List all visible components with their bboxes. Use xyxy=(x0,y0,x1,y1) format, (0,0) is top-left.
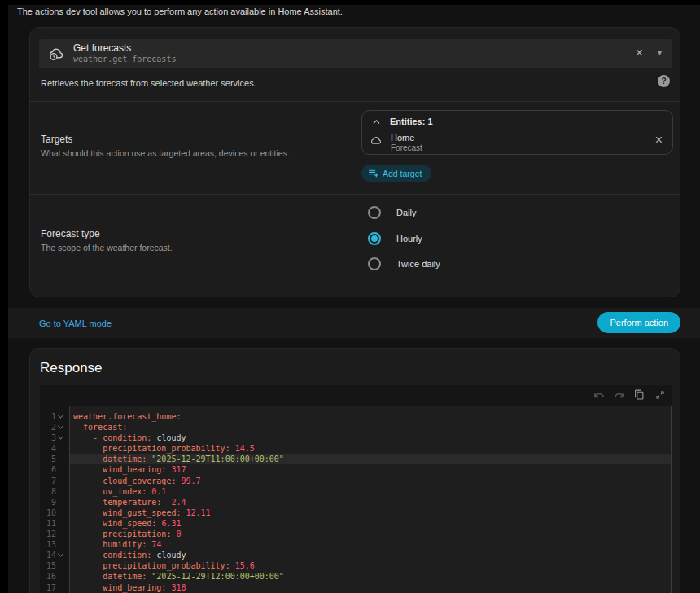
code-line: datetime: "2025-12-29T12:00:00+00:00" xyxy=(70,571,671,582)
radio-label: Twice daily xyxy=(396,259,440,269)
editor-toolbar xyxy=(592,388,667,402)
targets-label: Targets xyxy=(41,134,72,145)
service-picker-field[interactable]: Get forecasts weather.get_forecasts × ▾ xyxy=(39,39,672,68)
radio-option-hourly[interactable]: Hourly xyxy=(368,232,422,245)
copy-icon[interactable] xyxy=(632,388,646,402)
response-card: Response 1234567891011121314151617 weath… xyxy=(29,348,680,593)
line-number: 8 xyxy=(40,486,69,497)
divider xyxy=(30,194,680,195)
code-content[interactable]: weather.forecast_home: forecast: - condi… xyxy=(69,406,672,593)
service-title: Get forecasts xyxy=(73,42,131,54)
forecast-type-description: The scope of the weather forecast. xyxy=(41,243,173,253)
code-line: cloud_coverage: 99.7 xyxy=(70,476,671,486)
clear-service-icon[interactable]: × xyxy=(636,46,643,59)
perform-action-button[interactable]: Perform action xyxy=(597,312,680,333)
divider xyxy=(30,101,680,102)
radio-option-twice-daily[interactable]: Twice daily xyxy=(368,257,440,270)
line-number: 13 xyxy=(40,539,69,550)
playlist-plus-icon xyxy=(368,168,378,178)
radio-option-daily[interactable]: Daily xyxy=(368,206,416,219)
code-line: datetime: "2025-12-29T11:00:00+00:00" xyxy=(70,454,671,464)
line-number: 1 xyxy=(40,411,69,422)
line-number: 16 xyxy=(40,571,69,582)
entities-count-header: Entities: 1 xyxy=(390,116,433,126)
remove-entity-icon[interactable]: × xyxy=(655,134,663,147)
entities-panel: Entities: 1 Home Forecast × xyxy=(361,110,673,155)
line-number-gutter: 1234567891011121314151617 xyxy=(40,406,69,593)
targets-description: What should this action use as targeted … xyxy=(41,148,290,158)
code-line: uv_index: 0.1 xyxy=(70,486,671,497)
code-line: wind_bearing: 318 xyxy=(70,582,671,593)
radio-selected-icon[interactable] xyxy=(368,232,381,245)
radio-unselected-icon[interactable] xyxy=(368,257,381,270)
line-number: 14 xyxy=(40,550,69,560)
radio-dot xyxy=(371,209,378,216)
entity-name: Home xyxy=(391,133,414,143)
fold-chevron-icon[interactable] xyxy=(58,424,63,429)
action-card: Get forecasts weather.get_forecasts × ▾ … xyxy=(29,27,680,297)
radio-label: Hourly xyxy=(396,234,422,244)
entity-secondary: Forecast xyxy=(391,143,422,152)
weather-cloud-clock-icon xyxy=(48,46,64,62)
radio-label: Daily xyxy=(396,208,416,217)
dev-tools-actions-page: The actions dev tool allows you to perfo… xyxy=(8,5,700,593)
yaml-response-editor: 1234567891011121314151617 weather.foreca… xyxy=(40,385,672,593)
add-target-button[interactable]: Add target xyxy=(361,165,431,182)
line-number: 6 xyxy=(40,464,69,475)
go-to-yaml-mode-link[interactable]: Go to YAML mode xyxy=(39,308,112,338)
line-number: 11 xyxy=(40,518,69,529)
line-number: 7 xyxy=(40,476,69,486)
redo-icon[interactable] xyxy=(612,388,626,402)
collapse-chevron-up-icon[interactable] xyxy=(371,116,382,127)
code-line: - condition: cloudy xyxy=(70,433,671,443)
line-number: 9 xyxy=(40,497,69,507)
action-description: Retrieves the forecast from selected wea… xyxy=(41,78,256,88)
action-toolbar: Go to YAML mode Perform action xyxy=(8,308,700,338)
expand-icon[interactable] xyxy=(653,388,667,402)
code-line: forecast: xyxy=(70,422,671,433)
response-title: Response xyxy=(40,360,103,376)
code-line: wind_gust_speed: 12.11 xyxy=(70,507,671,518)
add-target-label: Add target xyxy=(383,169,422,178)
code-line: precipitation_probability: 15.6 xyxy=(70,560,671,571)
line-number: 12 xyxy=(40,529,69,539)
code-line: precipitation: 0 xyxy=(70,529,671,539)
code-line: weather.forecast_home: xyxy=(70,411,671,422)
radio-dot xyxy=(371,261,378,267)
page-intro: The actions dev tool allows you to perfo… xyxy=(17,7,343,16)
line-number: 10 xyxy=(40,507,69,518)
undo-icon[interactable] xyxy=(592,388,606,402)
fold-chevron-icon[interactable] xyxy=(58,434,63,440)
line-number: 17 xyxy=(40,582,69,593)
code-line: wind_speed: 6.31 xyxy=(70,518,671,529)
dropdown-caret-icon[interactable]: ▾ xyxy=(658,48,662,57)
line-number: 5 xyxy=(40,454,69,464)
line-number: 4 xyxy=(40,443,69,454)
line-number: 2 xyxy=(40,422,69,433)
help-icon[interactable]: ? xyxy=(658,75,670,87)
radio-unselected-icon[interactable] xyxy=(368,206,381,219)
code-line: wind_bearing: 317 xyxy=(70,464,671,475)
code-line: precipitation_probability: 14.5 xyxy=(70,443,671,454)
radio-dot xyxy=(371,235,378,242)
forecast-type-label: Forecast type xyxy=(41,228,100,239)
fold-chevron-icon[interactable] xyxy=(58,413,63,419)
cloud-icon xyxy=(370,134,383,147)
line-number: 15 xyxy=(40,560,69,571)
code-line: - condition: cloudy xyxy=(70,550,671,560)
code-line: temperature: -2.4 xyxy=(70,497,671,507)
line-number: 3 xyxy=(40,433,69,443)
service-id: weather.get_forecasts xyxy=(73,55,176,64)
code-line: humidity: 74 xyxy=(70,539,671,550)
fold-chevron-icon[interactable] xyxy=(58,551,63,557)
